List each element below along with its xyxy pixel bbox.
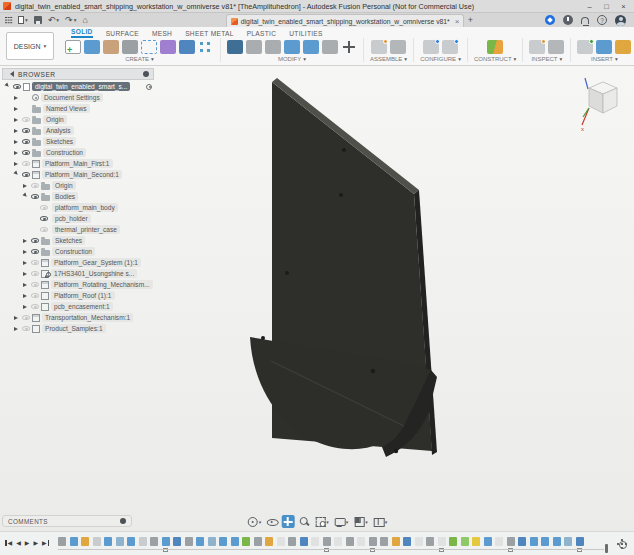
timeline-feature-15[interactable] [219, 537, 227, 546]
timeline-feature-27[interactable] [357, 537, 365, 546]
browser-item-bodies[interactable]: Bodies [2, 191, 154, 202]
browser-item-construction[interactable]: Construction [2, 246, 154, 257]
browser-item-platform-roof-1-1[interactable]: Platform_Roof (1):1 [2, 290, 154, 301]
group-label-assemble[interactable]: ASSEMBLE▾ [370, 56, 407, 62]
ribbon-tab-plastic[interactable]: PLASTIC [247, 30, 277, 38]
timeline-settings-gear-icon[interactable] [617, 539, 627, 549]
viewports-icon[interactable]: ▾ [372, 515, 389, 528]
timeline-feature-30[interactable] [392, 537, 400, 546]
file-new-icon[interactable]: ▾ [18, 15, 28, 25]
fillet-icon[interactable] [246, 40, 262, 54]
timeline-feature-24[interactable] [323, 537, 331, 546]
expand-arrow-icon[interactable] [4, 82, 11, 89]
timeline-feature-14[interactable] [208, 537, 216, 546]
job-status-icon[interactable] [563, 15, 573, 25]
timeline-feature-4[interactable] [93, 537, 101, 546]
browser-item-construction[interactable]: Construction [2, 147, 154, 158]
visibility-eye-icon[interactable] [31, 194, 39, 199]
timeline-feature-7[interactable] [127, 537, 135, 546]
browser-item-sketches[interactable]: Sketches [2, 136, 154, 147]
zoom-icon[interactable] [297, 515, 310, 528]
notifications-icon[interactable] [581, 17, 589, 24]
extrude-icon[interactable] [84, 40, 100, 54]
browser-item-17hs3401-usongshine-s[interactable]: 17HS3401_Usongshine s... [2, 268, 154, 279]
measure-icon[interactable] [529, 40, 545, 54]
timeline-feature-12[interactable] [185, 537, 193, 546]
move-copy-icon[interactable] [341, 40, 357, 54]
form-icon[interactable] [103, 40, 119, 54]
timeline-feature-31[interactable] [403, 537, 411, 546]
expand-arrow-icon[interactable] [14, 118, 20, 122]
visibility-eye-icon[interactable] [22, 326, 30, 331]
close-button[interactable]: × [616, 1, 631, 12]
expand-arrow-icon[interactable] [23, 261, 29, 265]
expand-arrow-icon[interactable] [23, 283, 29, 287]
visibility-eye-icon[interactable] [22, 139, 30, 144]
visibility-eye-icon[interactable] [40, 227, 48, 232]
browser-item-transportation-mechanism-1[interactable]: Transportation_Mechanism:1 [2, 312, 154, 323]
grid-display-icon[interactable]: ▾ [352, 515, 369, 528]
visibility-eye-icon[interactable] [31, 282, 39, 287]
browser-item-platform-gear-system-1-1[interactable]: Platform_Gear_System (1):1 [2, 257, 154, 268]
ribbon-tab-mesh[interactable]: MESH [152, 30, 172, 38]
timeline-feature-23[interactable] [311, 537, 319, 546]
expand-arrow-icon[interactable] [14, 316, 20, 320]
create-sketch-icon[interactable] [65, 40, 81, 54]
joint-icon[interactable] [390, 40, 406, 54]
timeline-feature-19[interactable] [265, 537, 273, 546]
sweep-icon[interactable] [160, 40, 176, 54]
go-to-start-button[interactable]: ◀ [5, 539, 12, 546]
expand-arrow-icon[interactable] [14, 129, 20, 133]
browser-item-document-settings[interactable]: Document Settings [2, 92, 154, 103]
help-icon[interactable]: ? [597, 15, 607, 25]
chamfer-icon[interactable] [265, 40, 281, 54]
profile-avatar[interactable] [615, 15, 626, 26]
visibility-eye-icon[interactable] [22, 172, 30, 177]
expand-arrow-icon[interactable] [23, 272, 29, 276]
visibility-eye-icon[interactable] [31, 293, 39, 298]
visibility-eye-icon[interactable] [22, 161, 30, 166]
offset-face-icon[interactable] [322, 40, 338, 54]
ribbon-tab-sheet-metal[interactable]: SHEET METAL [185, 30, 234, 38]
minimize-button[interactable]: – [582, 1, 597, 12]
canvas-icon[interactable] [596, 40, 612, 54]
activate-component-radio[interactable] [146, 84, 152, 90]
home-icon[interactable]: ⌂ [82, 15, 87, 25]
visibility-eye-icon[interactable] [22, 117, 30, 122]
section-analysis-icon[interactable] [548, 40, 564, 54]
timeline-feature-25[interactable] [334, 537, 342, 546]
timeline-feature-39[interactable] [495, 537, 503, 546]
expand-arrow-icon[interactable] [22, 192, 29, 199]
design-menu-button[interactable]: DESIGN ▾ [6, 32, 54, 60]
document-tab[interactable]: digital_twin_enabled_smart_shipping_work… [226, 14, 465, 27]
expand-arrow-icon[interactable] [14, 151, 20, 155]
group-label-insert[interactable]: INSERT▾ [591, 56, 618, 62]
timeline-feature-2[interactable] [70, 537, 78, 546]
timeline-feature-20[interactable] [277, 537, 285, 546]
tab-close-icon[interactable]: × [453, 17, 460, 26]
save-icon[interactable] [34, 16, 42, 24]
new-tab-button[interactable]: + [464, 14, 476, 26]
loft-icon[interactable] [179, 40, 195, 54]
timeline-feature-46[interactable] [576, 537, 584, 546]
combine-icon[interactable] [303, 40, 319, 54]
expand-arrow-icon[interactable] [23, 239, 29, 243]
browser-item-sketches[interactable]: Sketches [2, 235, 154, 246]
timeline-feature-36[interactable] [461, 537, 469, 546]
press-pull-icon[interactable] [227, 40, 243, 54]
step-back-button[interactable]: ◀ [16, 539, 21, 546]
expand-arrow-icon[interactable] [14, 327, 20, 331]
insert-mesh-icon[interactable] [577, 40, 593, 54]
zoom-window-icon[interactable]: ▾ [313, 515, 330, 528]
timeline-track[interactable] [58, 549, 604, 550]
expand-arrow-icon[interactable] [14, 162, 20, 166]
timeline-feature-45[interactable] [564, 537, 572, 546]
timeline-feature-1[interactable] [58, 537, 66, 546]
maximize-button[interactable]: □ [599, 1, 614, 12]
browser-item-origin[interactable]: Origin [2, 114, 154, 125]
timeline-feature-5[interactable] [104, 537, 112, 546]
timeline-feature-16[interactable] [231, 537, 239, 546]
timeline-feature-41[interactable] [518, 537, 526, 546]
browser-item-thermal-printer-case[interactable]: thermal_printer_case [2, 224, 154, 235]
browser-options-icon[interactable] [143, 71, 149, 77]
